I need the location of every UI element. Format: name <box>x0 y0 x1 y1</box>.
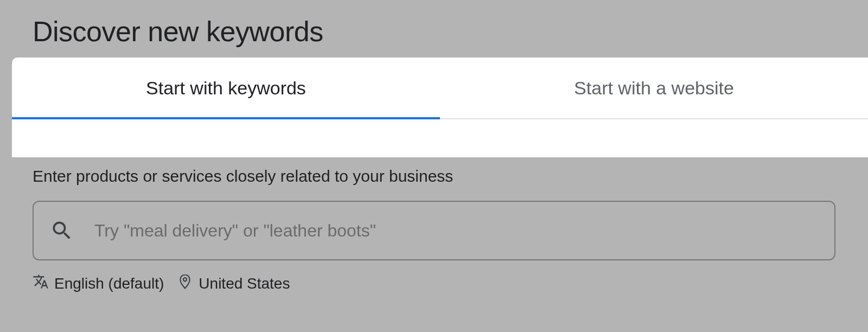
search-icon <box>50 219 74 242</box>
tabs-container: Start with keywords Start with a website <box>12 58 868 119</box>
keyword-search-input[interactable] <box>94 221 818 241</box>
tab-start-with-keywords[interactable]: Start with keywords <box>12 58 440 119</box>
tab-body-spacer <box>12 119 868 157</box>
location-label: United States <box>199 275 290 292</box>
page-title: Discover new keywords <box>0 0 868 58</box>
language-label: English (default) <box>54 275 164 292</box>
location-selector[interactable]: United States <box>177 273 290 293</box>
translate-icon <box>33 273 49 293</box>
location-icon <box>177 273 193 293</box>
settings-row: English (default) United States <box>0 260 868 293</box>
tab-card: Start with keywords Start with a website <box>12 58 868 157</box>
tab-label: Start with keywords <box>146 78 306 99</box>
keyword-search-container[interactable] <box>33 201 835 260</box>
tab-label: Start with a website <box>574 78 734 99</box>
tab-start-with-website[interactable]: Start with a website <box>440 58 868 119</box>
language-selector[interactable]: English (default) <box>33 273 164 293</box>
instruction-text: Enter products or services closely relat… <box>0 157 868 186</box>
